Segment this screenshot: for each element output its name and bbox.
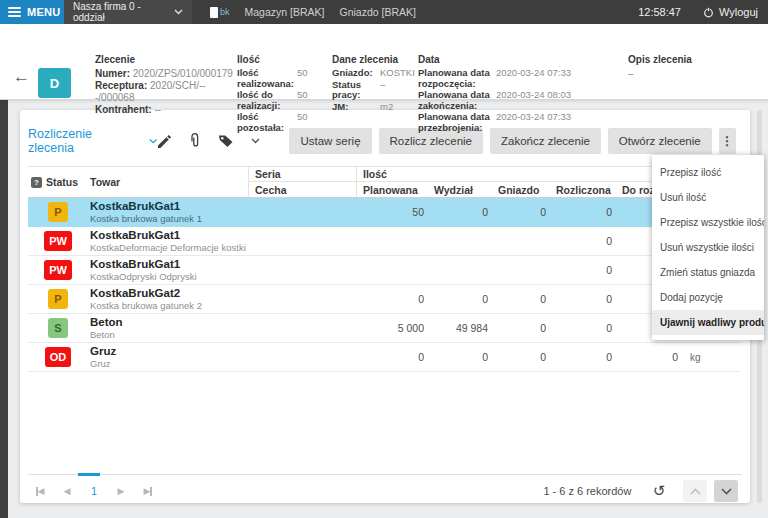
qty-label: Ilość do realizacji: — [237, 90, 297, 112]
status-cell: P — [28, 289, 88, 309]
rozliczona-value: 0 — [550, 264, 616, 276]
menu-item[interactable]: Zmień status gniazda — [652, 260, 764, 285]
dane-value: KOSTKI — [380, 68, 416, 80]
table-row[interactable]: PWKostkaBrukGat1KostkaOdpryski Odpryski0 — [28, 256, 740, 285]
next-page-button[interactable]: ▶ — [114, 486, 128, 496]
dane-label: Status pracy: — [332, 80, 380, 102]
refresh-icon[interactable]: ↻ — [653, 484, 666, 499]
status-badge: P — [48, 289, 68, 309]
device-icon — [210, 7, 218, 18]
gniazdo-value: 0 — [492, 206, 550, 218]
product-cell: KostkaBrukGat1KostkaOdpryski Odpryski — [88, 258, 248, 282]
help-icon[interactable]: ? — [31, 177, 42, 188]
seria-column-header: Seria — [248, 167, 356, 182]
wydzial-value: 0 — [428, 351, 492, 363]
open-order-button[interactable]: Otwórz zlecenie — [608, 128, 712, 154]
product-cell: GruzGruz — [88, 345, 248, 369]
product-cell: KostkaBrukGat1KostkaDeformacje Deformacj… — [88, 229, 248, 253]
menu-item[interactable]: Usuń ilość — [652, 185, 764, 210]
menu-item[interactable]: Usuń wszystkie ilości — [652, 235, 764, 260]
toolbar-icons — [157, 133, 260, 149]
table-row[interactable]: PKostkaBrukGat2Kostka brukowa gatunek 20… — [28, 285, 740, 314]
collapse-up-button[interactable] — [683, 480, 707, 502]
clock: 12:58:47 — [638, 0, 681, 24]
qty-value: 50 — [297, 90, 327, 112]
status-badge: P — [48, 202, 68, 222]
gniazdo-value: 0 — [492, 322, 550, 334]
first-page-button[interactable]: ◀ — [33, 486, 47, 496]
expand-down-button[interactable] — [714, 480, 738, 502]
order-data-title: Dane zlecenia — [332, 54, 416, 66]
menu-item[interactable]: Przepisz wszystkie ilości — [652, 210, 764, 235]
hamburger-icon — [8, 7, 21, 17]
horizontal-scrollbar-track — [28, 474, 742, 475]
date-label: Planowana data zakończenia: — [418, 90, 496, 112]
gniazdo-value: 0 — [492, 293, 550, 305]
kontrahent-value: -- — [154, 104, 161, 115]
product-desc: Beton — [88, 329, 248, 340]
rozliczona-value: 0 — [550, 293, 616, 305]
logout-button[interactable]: Wyloguj — [703, 0, 768, 24]
view-selector-label: Rozliczenie zlecenia — [28, 127, 123, 155]
numer-value: 2020/ZPS/010/000179 — [133, 68, 233, 79]
magazyn-selector[interactable]: Magazyn [BRAK] — [245, 0, 325, 24]
product-cell: KostkaBrukGat2Kostka brukowa gatunek 2 — [88, 287, 248, 311]
dane-value: – — [380, 80, 416, 102]
rozliczona-value: 0 — [550, 235, 616, 247]
prev-page-button[interactable]: ◀ — [60, 486, 74, 496]
status-cell: P — [28, 202, 88, 222]
planowana-value: 0 — [356, 351, 428, 363]
menu-item[interactable]: Przepisz ilość — [652, 160, 764, 185]
tag-icon[interactable] — [218, 134, 234, 148]
table-row[interactable]: PKostkaBrukGat1Kostka brukowa gatunek 15… — [28, 198, 740, 227]
table-row[interactable]: PWKostkaBrukGat1KostkaDeformacje Deforma… — [28, 227, 740, 256]
planowana-value: 50 — [356, 206, 428, 218]
product-name: Gruz — [88, 345, 248, 358]
status-cell: S — [28, 318, 88, 338]
chevron-down-icon — [149, 138, 157, 144]
menu-item[interactable]: Dodaj pozycję — [652, 285, 764, 310]
back-arrow-icon[interactable]: ← — [13, 68, 30, 85]
company-selector[interactable]: Nasza firma 0 - oddział — [64, 0, 192, 24]
rozliczona-column-header: Rozliczona — [550, 182, 616, 197]
date-label: Planowana data przezbrojenia: — [418, 112, 496, 134]
menu-button-label: MENU — [27, 6, 61, 18]
more-options-button[interactable]: ⋮ — [719, 128, 736, 154]
table-row[interactable]: SBetonBeton5 00049 98400 — [28, 314, 740, 343]
kontrahent-label: Kontrahent: — [95, 104, 152, 115]
dane-label: JM: — [332, 102, 380, 114]
status-badge: S — [48, 318, 68, 338]
product-name: KostkaBrukGat2 — [88, 287, 248, 300]
attachment-paperclip-icon[interactable] — [189, 133, 201, 149]
last-page-button[interactable]: ▶ — [141, 486, 155, 496]
tag-chevron-down-icon[interactable] — [251, 138, 260, 144]
gniazdo-value: 0 — [492, 351, 550, 363]
product-cell: BetonBeton — [88, 316, 248, 340]
menu-button[interactable]: MENU — [0, 0, 64, 24]
qty-label: Ilość pozostała: — [237, 112, 297, 134]
order-title: Zlecenie — [95, 54, 235, 66]
menu-item[interactable]: Ujawnij wadliwy produkt — [652, 310, 764, 335]
product-desc: Gruz — [88, 358, 248, 369]
main-card: Rozliczenie zlecenia Ustaw serię Rozlicz… — [20, 110, 750, 503]
logout-label: Wyloguj — [719, 6, 758, 18]
planowana-column-header: Planowana — [356, 182, 428, 197]
rozliczona-value: 0 — [550, 322, 616, 334]
product-desc: KostkaDeformacje Deformacje kostki — [88, 242, 248, 253]
gniazdo-column-header: Gniazdo — [492, 182, 550, 197]
date-value: 2020-03-24 08:03 — [496, 90, 580, 112]
view-selector[interactable]: Rozliczenie zlecenia — [26, 127, 157, 155]
order-header: ← D Zlecenie Numer: 2020/ZPS/010/000179 … — [0, 24, 768, 100]
status-cell: PW — [28, 260, 88, 280]
table-header: ? Status Towar Seria Cecha Ilość Planowa… — [28, 166, 740, 198]
table-row[interactable]: ODGruzGruz00000kg — [28, 343, 740, 372]
horizontal-scrollbar-thumb[interactable] — [78, 473, 100, 476]
pagination-bar: ◀ ◀ 1 ▶ ▶ 1 - 6 z 6 rekordów ↻ — [20, 479, 750, 503]
numer-label: Numer: — [95, 68, 130, 79]
gniazdo-selector[interactable]: Gniazdo [BRAK] — [339, 0, 415, 24]
wydzial-value: 0 — [428, 293, 492, 305]
current-page-number[interactable]: 1 — [87, 485, 101, 497]
dates-column: Data Planowana data rozpoczęcia:2020-03-… — [418, 54, 580, 134]
status-column-header: Status — [46, 176, 78, 188]
edit-pencil-icon[interactable] — [157, 134, 172, 149]
